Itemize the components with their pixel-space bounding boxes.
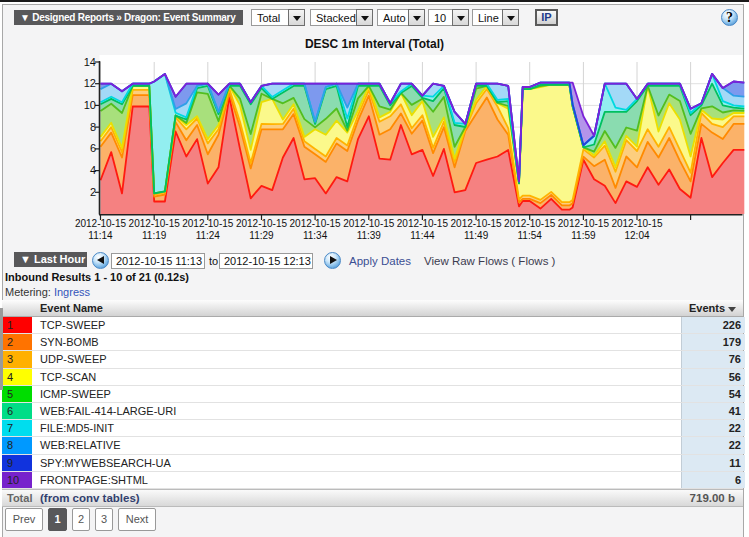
svg-text:2012-10-15: 2012-10-15	[611, 218, 663, 229]
svg-text:2: 2	[90, 186, 96, 198]
svg-text:2012-10-15: 2012-10-15	[343, 218, 395, 229]
svg-text:11:59: 11:59	[571, 230, 596, 241]
svg-text:11:44: 11:44	[410, 230, 435, 241]
svg-text:2012-10-15: 2012-10-15	[75, 218, 127, 229]
svg-text:2012-10-15: 2012-10-15	[129, 218, 181, 229]
svg-text:11:29: 11:29	[249, 230, 274, 241]
svg-text:12:04: 12:04	[624, 230, 649, 241]
svg-text:12: 12	[84, 77, 96, 89]
svg-text:11:39: 11:39	[357, 230, 382, 241]
svg-text:2012-10-15: 2012-10-15	[236, 218, 288, 229]
svg-text:8: 8	[90, 121, 96, 133]
svg-text:6: 6	[90, 142, 96, 154]
svg-text:11:54: 11:54	[518, 230, 543, 241]
svg-text:4: 4	[90, 164, 96, 176]
svg-text:11:34: 11:34	[303, 230, 328, 241]
svg-text:2012-10-15: 2012-10-15	[558, 218, 610, 229]
svg-text:14: 14	[84, 56, 96, 68]
svg-text:2012-10-15: 2012-10-15	[451, 218, 503, 229]
svg-text:10: 10	[84, 99, 96, 111]
svg-text:2012-10-15: 2012-10-15	[182, 218, 234, 229]
svg-text:11:49: 11:49	[464, 230, 489, 241]
svg-text:2012-10-15: 2012-10-15	[397, 218, 449, 229]
svg-text:11:19: 11:19	[142, 230, 167, 241]
svg-text:2012-10-15: 2012-10-15	[504, 218, 556, 229]
svg-text:11:14: 11:14	[88, 230, 113, 241]
svg-text:11:24: 11:24	[196, 230, 221, 241]
svg-text:2012-10-15: 2012-10-15	[290, 218, 342, 229]
